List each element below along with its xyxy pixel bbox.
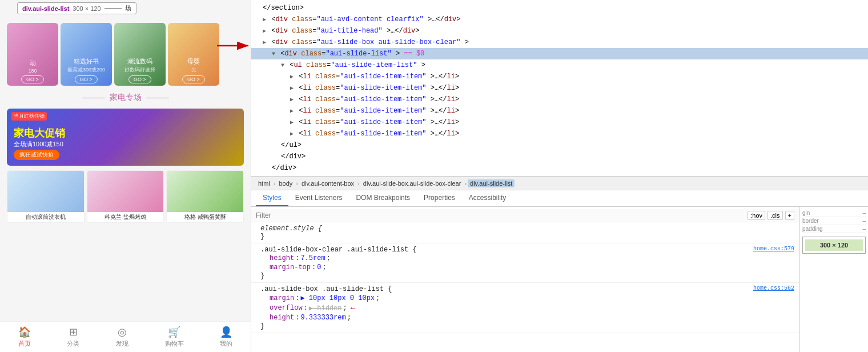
breadcrumb-content-box[interactable]: div.aui-content-box	[299, 179, 356, 187]
slide-items-container: 动 180 GO > 精选好书 最高减300或200 GO > 潮流数码 好数码…	[2, 21, 248, 88]
tree-line-11[interactable]: ▶ <li class="aui-slide-item-item" >…</li…	[251, 117, 868, 128]
tree-line-6[interactable]: ▼ <ul class="aui-slide-item-list" >	[251, 59, 868, 71]
nav-item-category[interactable]: ⊞ 分类	[67, 326, 79, 348]
filter-controls: :hov .cls +	[748, 211, 794, 220]
tree-line-13[interactable]: </ul>	[251, 139, 868, 151]
breadcrumb-body[interactable]: body	[276, 179, 295, 187]
bottom-nav: 🏠 首页 ⊞ 分类 ◎ 发现 🛒 购物车 👤 我的	[0, 321, 251, 352]
breadcrumb-sep-4: ›	[464, 180, 467, 187]
product-item-1[interactable]: 自动滚筒洗衣机	[7, 170, 85, 223]
css-rule-close-1: }	[260, 233, 794, 241]
slide-item-btn-2[interactable]: GO >	[75, 75, 98, 83]
tree-line-7[interactable]: ▶ <li class="aui-slide-item-item" >…</li…	[251, 71, 868, 82]
box-model: gin – border – padding – 300 × 120	[802, 209, 866, 254]
tree-line-14[interactable]: </div>	[251, 151, 868, 162]
discover-icon: ◎	[118, 326, 127, 338]
tooltip-chinese: 场	[125, 4, 131, 13]
slide-item-btn-1[interactable]: GO >	[21, 75, 44, 83]
slide-item-btn-3[interactable]: GO >	[128, 75, 151, 83]
styles-panel: :hov .cls + element.style { } .aui-slide…	[251, 207, 868, 352]
tree-line-9[interactable]: ▶ <li class="aui-slide-item-item" >…</li…	[251, 94, 868, 105]
breadcrumb-sep-3: ›	[357, 180, 360, 187]
banner-text: 家电大促销 全场满1000减150	[14, 126, 65, 149]
tree-line-5-selected[interactable]: ▼ <div class="aui-slide-list" > == $0	[251, 48, 868, 59]
css-selector-element: element.style {	[260, 225, 794, 233]
breadcrumb-sep-2: ›	[296, 180, 298, 187]
plus-button[interactable]: +	[785, 211, 794, 220]
tree-line-4[interactable]: ▶ <div class="aui-slide-box aui-slide-bo…	[251, 37, 868, 48]
nav-label-profile: 我的	[220, 339, 232, 348]
banner-btn[interactable]: 疯狂减试快抢	[14, 150, 59, 160]
profile-icon: 👤	[220, 326, 232, 338]
tree-line-2[interactable]: ▶ <div class="aui-avd-content clearfix" …	[251, 14, 868, 25]
slide-item-sub-1: 180	[28, 68, 37, 74]
tab-styles[interactable]: Styles	[256, 190, 288, 206]
slide-item-label-1: 动	[29, 58, 37, 68]
box-label-padding: padding	[802, 226, 823, 232]
css-prop-height-1: height : 7.5rem ;	[260, 254, 794, 263]
css-prop-margin: margin : ▶ 10px 10px 0 10px ;	[260, 293, 794, 303]
tab-event-listeners[interactable]: Event Listeners	[288, 190, 349, 206]
nav-item-cart[interactable]: 🛒 购物车	[165, 326, 184, 348]
slide-item-label-2: 精选好书	[73, 56, 100, 66]
breadcrumb-html[interactable]: html	[256, 179, 272, 187]
filter-input[interactable]	[256, 211, 748, 219]
slide-item-4[interactable]: 母婴 尖 GO >	[168, 23, 219, 86]
tree-line-3[interactable]: ▶ <div class="aui-title-head" >…</div>	[251, 25, 868, 37]
product-name-3: 格格 咸鸭蛋黄酥	[167, 212, 243, 222]
slide-item-2[interactable]: 精选好书 最高减300或200 GO >	[61, 23, 112, 86]
tree-line-1[interactable]: </section>	[251, 2, 868, 14]
css-rule-close-3: }	[260, 322, 794, 330]
product-img-2	[87, 171, 164, 212]
slide-item-1[interactable]: 动 180 GO >	[7, 23, 58, 86]
tree-line-15[interactable]: </div>	[251, 162, 868, 174]
css-source-579[interactable]: home.css:579	[753, 246, 794, 252]
tab-properties[interactable]: Properties	[417, 190, 462, 206]
nav-item-home[interactable]: 🏠 首页	[18, 326, 31, 348]
css-rule-element-style: element.style { }	[251, 222, 799, 243]
product-grid: 自动滚筒洗衣机 科克兰 盐焗烤鸡 格格 咸鸭蛋黄酥	[2, 168, 248, 225]
nav-label-cart: 购物车	[165, 339, 184, 348]
nav-item-discover[interactable]: ◎ 发现	[116, 326, 128, 348]
box-row-padding: padding –	[802, 225, 866, 233]
tab-dom-breakpoints[interactable]: DOM Breakpoints	[349, 190, 417, 206]
product-name-1: 自动滚筒洗衣机	[7, 212, 84, 222]
tabs-row: Styles Event Listeners DOM Breakpoints P…	[251, 190, 868, 207]
slide-item-label-3: 潮流数码	[126, 56, 154, 66]
css-source-562[interactable]: home.css:562	[753, 285, 794, 291]
banner-sub: 全场满1000减150	[14, 140, 65, 149]
slide-item-sub-2: 最高减300或200	[67, 66, 105, 74]
tree-dollar-sign: == $0	[404, 50, 424, 58]
slide-item-3[interactable]: 潮流数码 好数码好选择 GO >	[114, 23, 166, 86]
section-header-title: 家电专场	[110, 93, 142, 103]
product-item-3[interactable]: 格格 咸鸭蛋黄酥	[166, 170, 244, 223]
box-dimensions: 300 × 120	[807, 242, 861, 249]
styles-right-panel: gin – border – padding – 300 × 120	[799, 207, 868, 352]
product-item-2[interactable]: 科克兰 盐焗烤鸡	[87, 170, 164, 223]
tree-line-12[interactable]: ▶ <li class="aui-slide-item-item" >…</li…	[251, 128, 868, 139]
slide-item-btn-4[interactable]: GO >	[182, 75, 205, 83]
cls-button[interactable]: .cls	[767, 211, 783, 220]
breadcrumb-sep-1: ›	[274, 180, 276, 187]
tree-line-10[interactable]: ▶ <li class="aui-slide-item-item" >…</li…	[251, 105, 868, 117]
css-prop-height-2: height : 9.333333rem ;	[260, 313, 794, 322]
slide-item-sub-3: 好数码好选择	[124, 66, 155, 74]
tab-accessibility[interactable]: Accessibility	[462, 190, 513, 206]
html-tree: </section> ▶ <div class="aui-avd-content…	[251, 0, 868, 177]
tree-line-8[interactable]: ▶ <li class="aui-slide-item-item" >…</li…	[251, 82, 868, 94]
nav-item-profile[interactable]: 👤 我的	[220, 326, 232, 348]
banner-title: 家电大促销	[14, 126, 65, 140]
mobile-preview-panel: div.aui-slide-list 300 × 120 场 动 180 GO …	[0, 0, 251, 352]
cart-icon: 🛒	[168, 326, 180, 338]
css-prop-overflow: overflow : ▶ hidden ; ←	[260, 303, 794, 313]
breadcrumb-slide-box[interactable]: div.aui-slide-box.aui-slide-box-clear	[361, 179, 464, 187]
element-tooltip: div.aui-slide-list 300 × 120 场	[17, 2, 136, 14]
css-selector-slide-box: .aui-slide-box .aui-slide-list { home.cs…	[260, 285, 794, 293]
box-dash-gin: –	[862, 210, 866, 216]
css-rule-slide-box-clear: .aui-slide-box-clear .aui-slide-list { h…	[251, 243, 799, 283]
breadcrumb-slide-list[interactable]: div.aui-slide-list	[468, 179, 515, 187]
hov-button[interactable]: :hov	[748, 211, 765, 220]
css-prop-margin-top: margin-top : 0 ;	[260, 263, 794, 272]
banner-section: 当月红榜任物 家电大促销 全场满1000减150 疯狂减试快抢	[7, 109, 244, 166]
box-model-visual: 300 × 120	[802, 237, 866, 254]
